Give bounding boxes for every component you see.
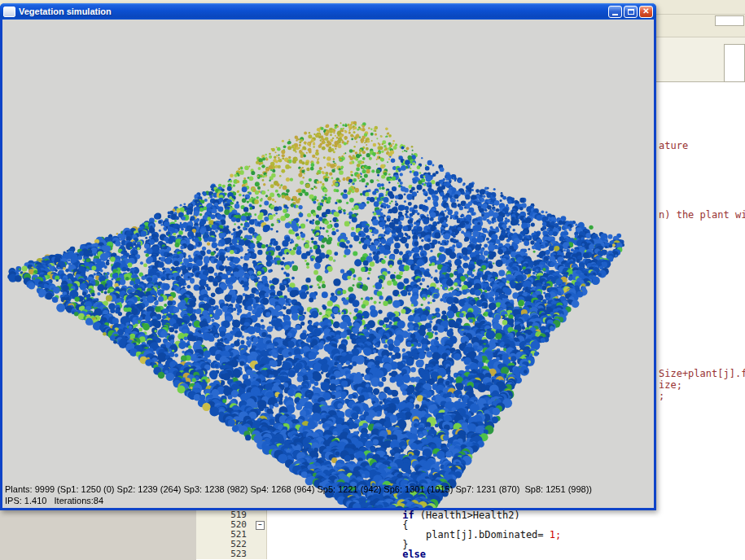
ips-status-text: IPS: 1.410 Iterations:84	[5, 496, 103, 505]
close-button[interactable]: ✕	[639, 6, 653, 18]
fold-column	[253, 510, 267, 520]
code-fragment: Size+plant[j].f	[659, 368, 745, 379]
vegetation-simulation-window: Vegetation simulation ✕ Plants: 9999 (Sp…	[0, 3, 656, 510]
close-icon: ✕	[642, 7, 649, 15]
app-icon	[3, 7, 15, 17]
fold-column	[253, 530, 267, 540]
code-text: else	[267, 549, 426, 559]
code-fragment: ature	[659, 140, 688, 151]
maximize-button[interactable]	[624, 6, 638, 18]
fold-column	[253, 540, 267, 549]
vegetation-scatter-canvas	[2, 20, 654, 508]
ide-docked-box	[724, 44, 745, 82]
fold-column	[253, 549, 267, 559]
minimize-button[interactable]	[608, 6, 622, 18]
fold-column: −	[253, 520, 267, 530]
ide-toolbar-field	[715, 15, 744, 26]
code-lines-container: 519 if (Health1>Health2)520− {521 plant[…	[196, 510, 745, 560]
code-line: 523 else	[196, 549, 745, 559]
fold-toggle-icon[interactable]: −	[256, 521, 265, 530]
simulation-viewport: Plants: 9999 (Sp1: 1250 (0) Sp2: 1239 (2…	[2, 20, 654, 508]
code-fragment: ;	[659, 390, 664, 401]
code-fragment: ize;	[659, 379, 682, 391]
minimize-icon	[612, 14, 618, 15]
code-fragment: n) the plant wi	[659, 209, 745, 221]
plants-status-text: Plants: 9999 (Sp1: 1250 (0) Sp2: 1239 (2…	[5, 484, 592, 494]
line-number: 523	[196, 549, 253, 559]
code-editor-bottom-strip: 519 if (Health1>Health2)520− {521 plant[…	[0, 510, 745, 560]
window-title: Vegetation simulation	[19, 7, 608, 16]
maximize-icon	[628, 9, 634, 15]
ide-left-panel	[0, 510, 196, 560]
code-editor-right-column: aturen) the plant wiSize+plant[j].fize;;	[656, 82, 745, 510]
title-bar[interactable]: Vegetation simulation ✕	[0, 3, 656, 20]
